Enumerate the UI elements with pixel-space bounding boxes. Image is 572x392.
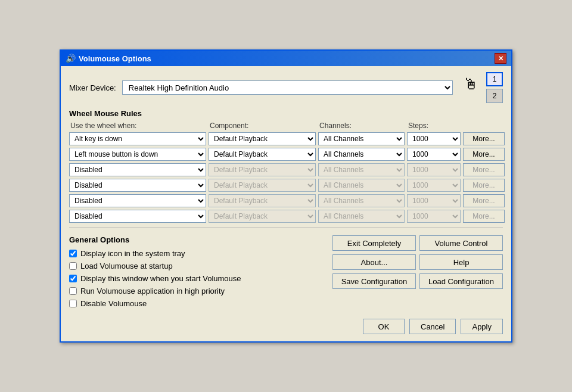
content-area: Mixer Device: Realtek High Definition Au… <box>61 66 511 341</box>
more-btn-3: More... <box>463 179 505 192</box>
top-right: 🖱 1 2 <box>459 72 503 103</box>
checkbox-row-1: Load Volumouse at startup <box>69 262 323 270</box>
tab-2-button[interactable]: 2 <box>486 89 503 103</box>
component-select-5[interactable]: Default Playback <box>209 210 316 223</box>
wheel-row-3: Disabled Default Playback All Channels 1… <box>69 179 503 192</box>
when-select-4[interactable]: Disabled <box>69 194 206 207</box>
steps-select-5[interactable]: 1000 <box>407 210 461 223</box>
help-button[interactable]: Help <box>419 254 503 270</box>
channels-select-4[interactable]: All Channels <box>318 194 405 207</box>
channels-select-3[interactable]: All Channels <box>318 179 405 192</box>
wheel-row-2: Disabled Default Playback All Channels 1… <box>69 163 503 176</box>
load-config-button[interactable]: Load Configuration <box>419 273 503 289</box>
close-button[interactable]: ✕ <box>495 53 506 64</box>
titlebar: 🔊 Volumouse Options ✕ <box>61 51 511 66</box>
main-window: 🔊 Volumouse Options ✕ Mixer Device: Real… <box>60 49 512 343</box>
checkbox-disable-label: Disable Volumouse <box>80 299 147 308</box>
wheel-rules-header: Wheel Mouse Rules <box>69 109 503 118</box>
checkbox-high-priority-label: Run Volumouse application in high priori… <box>80 287 225 295</box>
col-more <box>464 122 506 130</box>
channels-select-1[interactable]: All Channels <box>318 148 405 161</box>
when-select-5[interactable]: Disabled <box>69 210 206 223</box>
component-select-0[interactable]: Default Playback <box>209 132 316 145</box>
col-steps: Steps: <box>408 122 462 130</box>
steps-select-4[interactable]: 1000 <box>407 194 461 207</box>
wheel-row-4: Disabled Default Playback All Channels 1… <box>69 194 503 207</box>
app-icon: 🔊 <box>66 54 75 63</box>
checkbox-system-tray[interactable] <box>69 250 77 257</box>
component-select-4[interactable]: Default Playback <box>209 194 316 207</box>
save-config-button[interactable]: Save Configuration <box>332 273 416 289</box>
steps-select-3[interactable]: 1000 <box>407 179 461 192</box>
component-select-2[interactable]: Default Playback <box>209 163 316 176</box>
checkbox-startup[interactable] <box>69 262 77 270</box>
mixer-device-select[interactable]: Realtek High Definition Audio <box>122 80 453 95</box>
general-options: General Options Display icon in the syst… <box>69 233 323 312</box>
checkbox-high-priority[interactable] <box>69 287 77 295</box>
channels-select-2[interactable]: All Channels <box>318 163 405 176</box>
channels-select-5[interactable]: All Channels <box>318 210 405 223</box>
checkbox-row-3: Run Volumouse application in high priori… <box>69 287 323 295</box>
steps-select-0[interactable]: 1000 <box>407 132 461 145</box>
more-btn-0[interactable]: More... <box>463 132 505 145</box>
checkbox-startup-label: Load Volumouse at startup <box>80 262 173 270</box>
checkbox-disable[interactable] <box>69 300 77 307</box>
wheel-row-0: Alt key is down Default Playback All Cha… <box>69 132 503 145</box>
action-buttons: Exit Completely Volume Control About... … <box>332 233 503 312</box>
ok-button[interactable]: OK <box>363 319 405 334</box>
checkbox-display-window[interactable] <box>69 275 77 282</box>
exit-completely-button[interactable]: Exit Completely <box>332 235 416 251</box>
cancel-button[interactable]: Cancel <box>409 319 456 334</box>
volume-control-button[interactable]: Volume Control <box>419 235 503 251</box>
footer-row: OK Cancel Apply <box>69 319 503 334</box>
steps-select-1[interactable]: 1000 <box>407 148 461 161</box>
col-component: Component: <box>210 122 317 130</box>
wheel-row-5: Disabled Default Playback All Channels 1… <box>69 210 503 223</box>
divider <box>69 228 503 228</box>
col-channels: Channels: <box>319 122 406 130</box>
col-when: Use the wheel when: <box>70 122 207 130</box>
wheel-row-1: Left mouse button is down Default Playba… <box>69 148 503 161</box>
window-title: Volumouse Options <box>79 54 151 63</box>
apply-button[interactable]: Apply <box>461 319 503 334</box>
when-select-2[interactable]: Disabled <box>69 163 206 176</box>
tab-1-button[interactable]: 1 <box>486 72 503 86</box>
steps-select-2[interactable]: 1000 <box>407 163 461 176</box>
mixer-row: Mixer Device: Realtek High Definition Au… <box>69 72 503 103</box>
mouse-icon: 🖱 <box>459 72 483 96</box>
when-select-0[interactable]: Alt key is down <box>69 132 206 145</box>
checkbox-system-tray-label: Display icon in the system tray <box>80 249 185 258</box>
mixer-label: Mixer Device: <box>69 83 116 92</box>
bottom-section: General Options Display icon in the syst… <box>69 233 503 312</box>
checkbox-row-0: Display icon in the system tray <box>69 249 323 258</box>
checkbox-row-2: Display this window when you start Volum… <box>69 274 323 283</box>
component-select-3[interactable]: Default Playback <box>209 179 316 192</box>
more-btn-5: More... <box>463 210 505 223</box>
checkbox-display-window-label: Display this window when you start Volum… <box>80 274 241 283</box>
more-btn-2: More... <box>463 163 505 176</box>
column-headers: Use the wheel when: Component: Channels:… <box>69 122 503 130</box>
checkbox-row-4: Disable Volumouse <box>69 299 323 308</box>
when-select-3[interactable]: Disabled <box>69 179 206 192</box>
more-btn-1[interactable]: More... <box>463 148 505 161</box>
about-button[interactable]: About... <box>332 254 416 270</box>
general-options-header: General Options <box>69 235 323 244</box>
when-select-1[interactable]: Left mouse button is down <box>69 148 206 161</box>
titlebar-left: 🔊 Volumouse Options <box>66 54 151 63</box>
component-select-1[interactable]: Default Playback <box>209 148 316 161</box>
more-btn-4: More... <box>463 194 505 207</box>
channels-select-0[interactable]: All Channels <box>318 132 405 145</box>
